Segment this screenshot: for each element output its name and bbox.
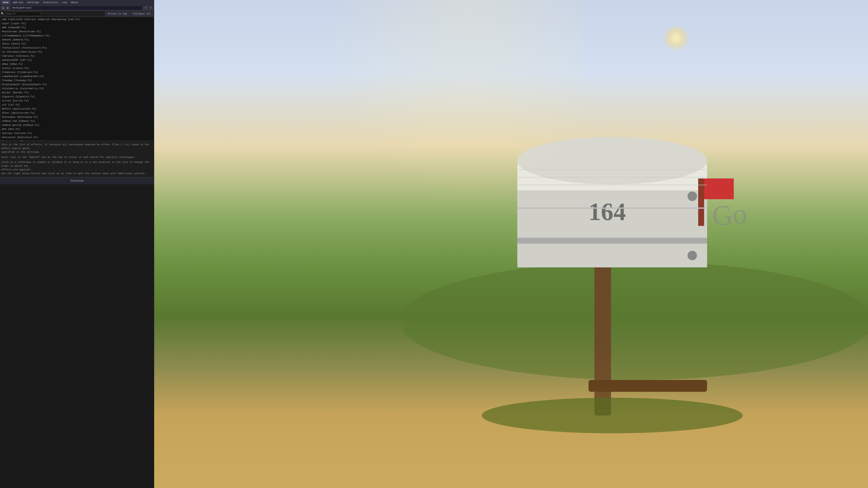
effect-item[interactable]: Border [Border.fx] bbox=[0, 91, 154, 95]
search-icon: 🔍 bbox=[1, 12, 4, 15]
effect-item[interactable]: Cartoon [Cartoon.fx] bbox=[0, 131, 154, 135]
effect-item[interactable]: DisplayDepth [DisplayDepth.fx] bbox=[0, 83, 154, 87]
effect-item[interactable]: Vibrance [Vibrance.fx] bbox=[0, 54, 154, 58]
nav-statistics[interactable]: Statistics bbox=[41, 0, 60, 5]
collapse-all-button[interactable]: Collapse all bbox=[130, 11, 153, 16]
effect-item[interactable]: UIMask_Top [UIMask.fx] bbox=[0, 119, 154, 123]
effect-item[interactable]: ASCII [ASCII.fx] bbox=[0, 42, 154, 46]
effect-item[interactable]: Tonemap [Tonemap.fx] bbox=[0, 78, 154, 83]
preset-bar: ◀ ▶ ❐ + bbox=[0, 5, 154, 11]
effect-item[interactable]: DPX [DPX.fx] bbox=[0, 127, 154, 131]
continue-button[interactable]: Continue bbox=[0, 177, 154, 184]
game-background: 164 Go bbox=[154, 0, 329, 184]
effect-item[interactable]: Monochrome [Monochrome.fx] bbox=[0, 30, 154, 34]
effect-item[interactable]: Technicolor [Technicolor.fx] bbox=[0, 139, 154, 141]
effect-item[interactable]: CA [ChromaticAberration.fx] bbox=[0, 50, 154, 54]
nav-settings[interactable]: Settings bbox=[26, 0, 41, 5]
info-line7: effects are applied. bbox=[1, 168, 153, 172]
info-text: This is the list of effects. It contains… bbox=[0, 141, 154, 177]
preset-copy-button[interactable]: ❐ bbox=[143, 6, 148, 10]
effect-item[interactable]: Daltonize [Daltonize.fx] bbox=[0, 135, 154, 139]
nav-addons[interactable]: Add-ons bbox=[11, 0, 25, 5]
effect-item[interactable]: LiftGammaGain [LiftGammaGain.fx] bbox=[0, 34, 154, 38]
effect-item[interactable]: Deband [Deband.fx] bbox=[0, 38, 154, 42]
right-panel: 164 Go bbox=[154, 0, 329, 184]
effect-item[interactable]: FilmGrain [FilmGrain.fx] bbox=[0, 70, 154, 74]
effects-list[interactable]: AMD FidelityFX Contrast Adaptive Sharpen… bbox=[0, 17, 154, 141]
effect-item[interactable]: AdvancedCRT [CRT.fx] bbox=[0, 58, 154, 62]
preset-next-button[interactable]: ▶ bbox=[6, 6, 10, 10]
effect-item[interactable]: SMAA [SMAA.fx] bbox=[0, 62, 154, 66]
light-rays bbox=[297, 0, 329, 184]
effect-item[interactable]: Vignette [Vignette.fx] bbox=[0, 95, 154, 99]
effect-item[interactable]: AMD FidelityFX Contrast Adaptive Sharpen… bbox=[0, 18, 154, 22]
info-line6: Click on a technique to enable or disabl… bbox=[1, 160, 153, 168]
info-line2: specified in the settings. bbox=[1, 150, 153, 154]
nav-home[interactable]: Home bbox=[1, 0, 10, 5]
effect-item[interactable]: ColorMatrix [ColorMatrix.fx] bbox=[0, 87, 154, 91]
effect-item[interactable]: After [Splitscreen.fx] bbox=[0, 111, 154, 115]
info-line8: Use the right mouse button and click on … bbox=[1, 172, 153, 175]
effect-item[interactable]: Before [Splitscreen.fx] bbox=[0, 107, 154, 111]
active-to-top-button[interactable]: Active to top bbox=[105, 11, 129, 16]
effect-item[interactable]: UIMask_Bottom [UIMask.fx] bbox=[0, 123, 154, 127]
effect-item[interactable]: Technicolor2 [Technicolor2.fx] bbox=[0, 46, 154, 50]
effect-item[interactable]: HDR [FakeHDR.fx] bbox=[0, 26, 154, 30]
search-bar: 🔍 Active to top Collapse all bbox=[0, 11, 154, 17]
preset-add-button[interactable]: + bbox=[149, 6, 153, 10]
preset-name-input[interactable] bbox=[11, 6, 143, 10]
effect-item[interactable]: Nostalgia [Nostalgia.fx] bbox=[0, 115, 154, 119]
effect-item[interactable]: Curves [Curves.fx] bbox=[0, 99, 154, 103]
effect-item[interactable]: Layer [Layer.fx] bbox=[0, 22, 154, 26]
info-line4: Enter text in the "Search" box at the to… bbox=[1, 156, 153, 159]
effect-item[interactable]: LumaSharpen [LumaSharpen.fx] bbox=[0, 74, 154, 78]
effect-item[interactable]: Levels [Levels.fx] bbox=[0, 66, 154, 70]
nav-log[interactable]: Log bbox=[60, 0, 68, 5]
effect-item[interactable]: LUT [LUT.fx] bbox=[0, 103, 154, 107]
nav-bar: Home Add-ons Settings Statistics Log Abo… bbox=[0, 0, 154, 5]
nav-about[interactable]: About bbox=[69, 0, 80, 5]
continue-bar: Continue bbox=[0, 177, 154, 184]
left-panel: Home Add-ons Settings Statistics Log Abo… bbox=[0, 0, 154, 184]
search-input[interactable] bbox=[5, 11, 41, 16]
info-line1: This is the list of effects. It contains… bbox=[1, 143, 153, 150]
preset-prev-button[interactable]: ◀ bbox=[1, 6, 5, 10]
